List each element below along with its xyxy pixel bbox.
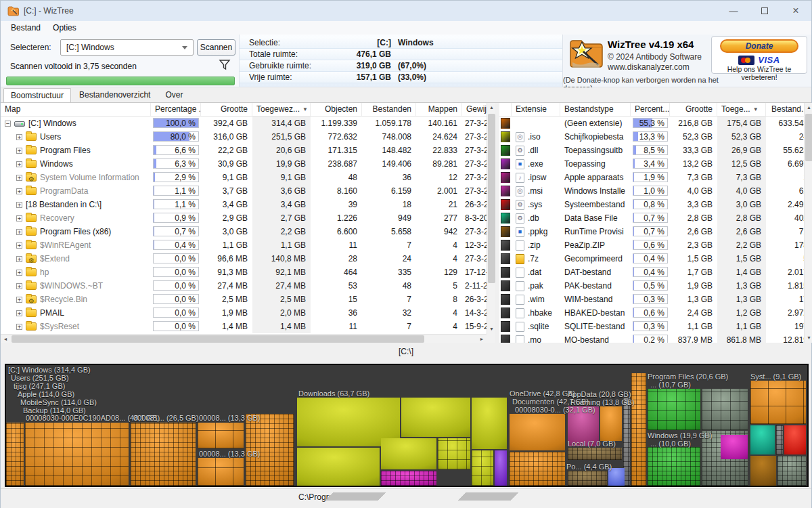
menu-opties[interactable]: Opties xyxy=(47,22,83,34)
table-row[interactable]: .sysSysteembestand0,8 %3,3 GB3,0 GB2.491 xyxy=(499,198,812,211)
table-row[interactable]: +Program Files (x86)0,7 %3,0 GB2,2 GB6.6… xyxy=(1,225,495,238)
expand-toggle-icon[interactable]: + xyxy=(16,148,22,154)
tab-over[interactable]: Over xyxy=(158,88,189,102)
treemap-block[interactable] xyxy=(600,406,622,441)
expand-toggle-icon[interactable]: + xyxy=(16,161,22,167)
treemap-block[interactable] xyxy=(648,389,700,430)
table-row[interactable]: .msiWindows Installe1,0 %4,0 GB4,0 GB61 xyxy=(499,184,812,198)
column-header-toegewezen[interactable]: Toegewez...▼ xyxy=(252,103,311,116)
table-row[interactable]: +$SysReset0,0 %1,4 MB1,4 MB117415-9-20 xyxy=(1,320,495,333)
table-row[interactable]: .dbData Base File0,7 %2,8 GB2,8 GB402 xyxy=(499,211,812,225)
maximize-button[interactable] xyxy=(749,1,780,21)
table-row[interactable]: .dllToepassingsuitb8,5 %33,3 GB26,9 GB55… xyxy=(499,144,812,157)
treemap-block[interactable] xyxy=(784,425,806,454)
table-row[interactable]: +hp0,0 %91,3 MB92,1 MB46433512917-12-2 xyxy=(1,266,495,279)
treemap-block[interactable] xyxy=(297,448,380,486)
column-header-grootte[interactable]: Grootte xyxy=(201,103,252,116)
table-row[interactable]: +PMAIL0,0 %1,9 MB2,0 MB3632414-3-20 xyxy=(1,306,495,320)
website-link[interactable]: www.diskanalyzer.com xyxy=(608,62,690,72)
table-row[interactable]: +$Recycle.Bin0,0 %2,5 MB2,5 MB157826-3-2… xyxy=(1,293,495,306)
scrollbar-thumb[interactable] xyxy=(488,114,495,283)
table-row[interactable]: +$WinREAgent0,4 %1,1 GB1,1 GB117412-3-20 xyxy=(1,238,495,252)
treemap-block[interactable] xyxy=(702,389,748,430)
ext-vertical-scrollbar[interactable]: ▲ ▼ xyxy=(804,103,812,343)
table-row[interactable]: .ipswApple apparaats1,9 %7,3 GB7,3 GB1 xyxy=(499,171,812,184)
treemap-block[interactable] xyxy=(131,423,196,486)
table-row[interactable]: .zipPeaZip.ZIP0,6 %2,3 GB2,2 GB178 xyxy=(499,238,812,252)
treemap-block[interactable] xyxy=(750,381,806,424)
column-header-bestandstype[interactable]: Bestandstype xyxy=(560,103,631,116)
table-row[interactable]: .7zGecomprimeerd0,4 %1,5 GB1,5 GB5 xyxy=(499,252,812,266)
treemap-block[interactable] xyxy=(6,423,24,486)
treemap-block[interactable] xyxy=(648,447,700,486)
table-row[interactable]: +$Extend0,0 %96,6 MB140,8 MB2824427-3-20 xyxy=(1,252,495,266)
treemap-block[interactable] xyxy=(568,448,622,460)
table-row[interactable]: +System Volume Information2,9 %9,1 GB9,1… xyxy=(1,171,495,184)
table-row[interactable]: .ppkgRunTime Provisi0,7 %2,6 GB2,6 GB71 xyxy=(499,225,812,238)
tree-horizontal-scrollbar[interactable]: ◄ ► xyxy=(1,334,487,343)
treemap-block[interactable] xyxy=(721,435,748,459)
drive-select[interactable]: [C:] Windows xyxy=(60,39,194,56)
column-header-toegewezen[interactable]: Toege...▼ xyxy=(717,103,766,116)
expand-toggle-icon[interactable]: + xyxy=(16,229,22,235)
expand-toggle-icon[interactable]: + xyxy=(16,134,22,140)
table-row[interactable]: .exeToepassing3,4 %13,2 GB12,5 GB6.697 xyxy=(499,157,812,171)
table-row[interactable]: .sqliteSQLITE-bestand0,3 %1,1 GB1,1 GB19… xyxy=(499,320,812,333)
column-header-percent[interactable]: Percent... xyxy=(631,103,670,116)
treemap-block[interactable] xyxy=(495,450,507,486)
expand-toggle-icon[interactable]: + xyxy=(16,324,22,330)
resize-grip[interactable] xyxy=(1,492,657,501)
treemap-block[interactable] xyxy=(472,450,493,486)
treemap-block[interactable] xyxy=(198,458,244,486)
table-row[interactable]: +Recovery0,9 %2,9 GB2,7 GB1.2269492778-3… xyxy=(1,211,495,225)
table-row[interactable]: .moMO-bestand0,2 %837,9 MB861,8 MB12.819 xyxy=(499,333,812,343)
column-header-extensie[interactable]: Extensie xyxy=(512,103,560,116)
expand-toggle-icon[interactable]: + xyxy=(16,188,22,194)
table-row[interactable]: −[C:] Windows100,0 %392,4 GB314,4 GB1.19… xyxy=(1,117,495,130)
table-row[interactable]: (Geen extensie)55,3 %216,8 GB175,4 GB633… xyxy=(499,117,812,130)
table-row[interactable]: +ProgramData1,1 %3,7 GB3,6 GB8.1606.1592… xyxy=(1,184,495,198)
column-header-objecten[interactable]: Objecten xyxy=(311,103,362,116)
collapse-toggle-icon[interactable]: − xyxy=(5,121,11,127)
tree-vertical-scrollbar[interactable]: ▲ ▼ xyxy=(487,103,495,334)
tab-boomstructuur[interactable]: Boomstructuur xyxy=(3,88,71,103)
expand-toggle-icon[interactable]: + xyxy=(16,175,22,181)
menu-bestand[interactable]: Bestand xyxy=(5,22,47,34)
treemap-block[interactable] xyxy=(777,456,806,486)
expand-toggle-icon[interactable]: + xyxy=(16,202,22,208)
treemap-block[interactable] xyxy=(776,425,783,454)
table-row[interactable]: +Windows6,3 %30,9 GB19,9 GB238.687149.40… xyxy=(1,157,495,171)
treemap-block[interactable] xyxy=(401,398,470,437)
filter-icon[interactable] xyxy=(219,59,231,71)
table-row[interactable]: .pakPAK-bestand0,5 %1,9 GB1,3 GB1.815 xyxy=(499,279,812,293)
scroll-down-icon[interactable]: ▼ xyxy=(487,324,495,334)
table-row[interactable]: .hbakeHBAKED-bestan0,6 %2,4 GB1,2 GB2.97… xyxy=(499,306,812,320)
treemap-block[interactable] xyxy=(568,471,607,486)
treemap-block[interactable] xyxy=(198,423,244,448)
treemap-block[interactable] xyxy=(472,398,507,449)
treemap-block[interactable] xyxy=(750,425,775,454)
treemap-block[interactable] xyxy=(750,456,776,486)
expand-toggle-icon[interactable]: + xyxy=(16,215,22,221)
treemap-block[interactable] xyxy=(631,373,646,486)
expand-toggle-icon[interactable]: + xyxy=(16,310,22,316)
treemap[interactable]: [C:] Windows (314,4 GB)Users (251,5 GB)t… xyxy=(5,364,809,487)
column-header-grootte[interactable]: Grootte xyxy=(670,103,717,116)
column-header-map[interactable]: Map xyxy=(1,103,151,116)
scroll-up-icon[interactable]: ▲ xyxy=(487,103,495,112)
table-row[interactable]: +[18 Bestanden in C:\]1,1 %3,4 GB3,4 GB3… xyxy=(1,198,495,211)
treemap-block[interactable] xyxy=(381,471,436,486)
column-header-percentage[interactable]: Percentage ... xyxy=(151,103,201,116)
column-header-bestanden[interactable]: Bestanden xyxy=(362,103,416,116)
close-button[interactable]: × xyxy=(780,1,811,21)
table-row[interactable]: +Users80,0 %316,0 GB251,5 GB772.632748.0… xyxy=(1,130,495,144)
scrollbar-thumb[interactable] xyxy=(805,114,812,161)
scroll-right-icon[interactable]: ► xyxy=(477,335,487,343)
scroll-left-icon[interactable]: ◄ xyxy=(1,335,10,343)
treemap-block[interactable] xyxy=(381,438,436,469)
table-row[interactable]: .isoSchijfkopiebesta13,3 %52,3 GB52,3 GB… xyxy=(499,130,812,144)
table-row[interactable]: +Program Files6,6 %22,2 GB20,6 GB171.315… xyxy=(1,144,495,157)
expand-toggle-icon[interactable]: + xyxy=(16,283,22,289)
donate-button[interactable]: Donate xyxy=(720,39,798,53)
column-header-mappen[interactable]: Mappen xyxy=(416,103,462,116)
